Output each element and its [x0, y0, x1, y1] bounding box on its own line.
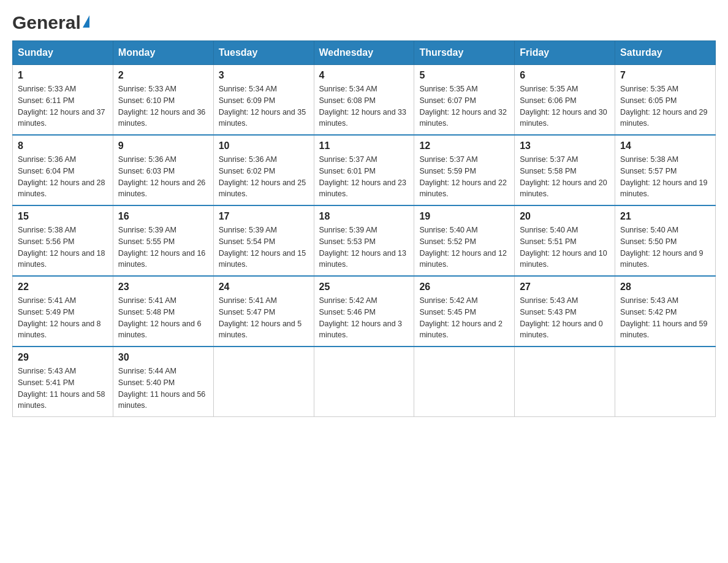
day-number: 30: [118, 352, 208, 363]
weekday-header-row: SundayMondayTuesdayWednesdayThursdayFrid…: [13, 41, 716, 65]
logo: General: [12, 12, 89, 29]
day-info: Sunrise: 5:40 AMSunset: 5:51 PMDaylight:…: [520, 224, 610, 270]
day-number: 9: [118, 140, 208, 151]
day-info: Sunrise: 5:43 AMSunset: 5:41 PMDaylight:…: [18, 366, 108, 412]
weekday-header-monday: Monday: [113, 41, 213, 65]
weekday-header-saturday: Saturday: [615, 41, 716, 65]
day-info: Sunrise: 5:42 AMSunset: 5:46 PMDaylight:…: [319, 295, 409, 341]
calendar-cell: 10Sunrise: 5:36 AMSunset: 6:02 PMDayligh…: [213, 135, 314, 205]
day-number: 13: [520, 140, 610, 151]
calendar-cell: 2Sunrise: 5:33 AMSunset: 6:10 PMDaylight…: [113, 65, 213, 136]
day-number: 8: [18, 140, 108, 151]
day-info: Sunrise: 5:36 AMSunset: 6:04 PMDaylight:…: [18, 154, 108, 200]
day-number: 14: [620, 140, 710, 151]
day-info: Sunrise: 5:41 AMSunset: 5:47 PMDaylight:…: [219, 295, 309, 341]
day-info: Sunrise: 5:33 AMSunset: 6:11 PMDaylight:…: [18, 83, 108, 129]
calendar-cell: 11Sunrise: 5:37 AMSunset: 6:01 PMDayligh…: [314, 135, 414, 205]
day-info: Sunrise: 5:42 AMSunset: 5:45 PMDaylight:…: [419, 295, 509, 341]
day-info: Sunrise: 5:40 AMSunset: 5:52 PMDaylight:…: [419, 224, 509, 270]
day-number: 12: [419, 140, 509, 151]
day-number: 27: [520, 282, 610, 293]
day-number: 16: [118, 211, 208, 222]
day-info: Sunrise: 5:38 AMSunset: 5:56 PMDaylight:…: [18, 224, 108, 270]
day-number: 22: [18, 282, 108, 293]
calendar-cell: 26Sunrise: 5:42 AMSunset: 5:45 PMDayligh…: [414, 276, 515, 347]
day-info: Sunrise: 5:37 AMSunset: 6:01 PMDaylight:…: [319, 154, 409, 200]
weekday-header-wednesday: Wednesday: [314, 41, 414, 65]
day-number: 17: [219, 211, 309, 222]
calendar-cell: 4Sunrise: 5:34 AMSunset: 6:08 PMDaylight…: [314, 65, 414, 136]
calendar-cell: [414, 347, 515, 417]
calendar-cell: 9Sunrise: 5:36 AMSunset: 6:03 PMDaylight…: [113, 135, 213, 205]
calendar-cell: [213, 347, 314, 417]
day-info: Sunrise: 5:37 AMSunset: 5:58 PMDaylight:…: [520, 154, 610, 200]
calendar-week-row: 29Sunrise: 5:43 AMSunset: 5:41 PMDayligh…: [13, 347, 716, 417]
day-info: Sunrise: 5:34 AMSunset: 6:08 PMDaylight:…: [319, 83, 409, 129]
calendar-cell: 3Sunrise: 5:34 AMSunset: 6:09 PMDaylight…: [213, 65, 314, 136]
day-info: Sunrise: 5:38 AMSunset: 5:57 PMDaylight:…: [620, 154, 710, 200]
calendar-cell: 15Sunrise: 5:38 AMSunset: 5:56 PMDayligh…: [13, 205, 113, 276]
day-number: 23: [118, 282, 208, 293]
calendar-cell: 12Sunrise: 5:37 AMSunset: 5:59 PMDayligh…: [414, 135, 515, 205]
page-header: General: [12, 12, 716, 29]
day-info: Sunrise: 5:43 AMSunset: 5:43 PMDaylight:…: [520, 295, 610, 341]
day-number: 21: [620, 211, 710, 222]
calendar-cell: 23Sunrise: 5:41 AMSunset: 5:48 PMDayligh…: [113, 276, 213, 347]
calendar-cell: 28Sunrise: 5:43 AMSunset: 5:42 PMDayligh…: [615, 276, 716, 347]
weekday-header-sunday: Sunday: [13, 41, 113, 65]
day-number: 4: [319, 70, 409, 81]
day-number: 29: [18, 352, 108, 363]
calendar-cell: 14Sunrise: 5:38 AMSunset: 5:57 PMDayligh…: [615, 135, 716, 205]
day-number: 28: [620, 282, 710, 293]
day-info: Sunrise: 5:35 AMSunset: 6:06 PMDaylight:…: [520, 83, 610, 129]
weekday-header-thursday: Thursday: [414, 41, 515, 65]
day-number: 20: [520, 211, 610, 222]
day-info: Sunrise: 5:39 AMSunset: 5:55 PMDaylight:…: [118, 224, 208, 270]
calendar-cell: 17Sunrise: 5:39 AMSunset: 5:54 PMDayligh…: [213, 205, 314, 276]
day-number: 3: [219, 70, 309, 81]
day-info: Sunrise: 5:43 AMSunset: 5:42 PMDaylight:…: [620, 295, 710, 341]
day-number: 1: [18, 70, 108, 81]
day-number: 6: [520, 70, 610, 81]
logo-general: General: [12, 12, 81, 33]
logo-triangle-icon: [83, 15, 89, 28]
day-number: 11: [319, 140, 409, 151]
day-info: Sunrise: 5:40 AMSunset: 5:50 PMDaylight:…: [620, 224, 710, 270]
calendar-cell: 16Sunrise: 5:39 AMSunset: 5:55 PMDayligh…: [113, 205, 213, 276]
day-number: 24: [219, 282, 309, 293]
calendar-cell: 6Sunrise: 5:35 AMSunset: 6:06 PMDaylight…: [515, 65, 615, 136]
day-info: Sunrise: 5:33 AMSunset: 6:10 PMDaylight:…: [118, 83, 208, 129]
day-number: 5: [419, 70, 509, 81]
calendar-cell: 7Sunrise: 5:35 AMSunset: 6:05 PMDaylight…: [615, 65, 716, 136]
calendar-cell: 13Sunrise: 5:37 AMSunset: 5:58 PMDayligh…: [515, 135, 615, 205]
calendar-cell: [314, 347, 414, 417]
day-number: 7: [620, 70, 710, 81]
calendar-week-row: 15Sunrise: 5:38 AMSunset: 5:56 PMDayligh…: [13, 205, 716, 276]
calendar-cell: 20Sunrise: 5:40 AMSunset: 5:51 PMDayligh…: [515, 205, 615, 276]
weekday-header-friday: Friday: [515, 41, 615, 65]
calendar-week-row: 1Sunrise: 5:33 AMSunset: 6:11 PMDaylight…: [13, 65, 716, 136]
day-info: Sunrise: 5:34 AMSunset: 6:09 PMDaylight:…: [219, 83, 309, 129]
calendar-cell: 19Sunrise: 5:40 AMSunset: 5:52 PMDayligh…: [414, 205, 515, 276]
calendar-cell: 24Sunrise: 5:41 AMSunset: 5:47 PMDayligh…: [213, 276, 314, 347]
day-number: 10: [219, 140, 309, 151]
day-info: Sunrise: 5:41 AMSunset: 5:48 PMDaylight:…: [118, 295, 208, 341]
calendar-cell: [515, 347, 615, 417]
calendar-cell: 8Sunrise: 5:36 AMSunset: 6:04 PMDaylight…: [13, 135, 113, 205]
calendar-cell: 1Sunrise: 5:33 AMSunset: 6:11 PMDaylight…: [13, 65, 113, 136]
day-info: Sunrise: 5:36 AMSunset: 6:02 PMDaylight:…: [219, 154, 309, 200]
day-number: 19: [419, 211, 509, 222]
calendar-cell: 30Sunrise: 5:44 AMSunset: 5:40 PMDayligh…: [113, 347, 213, 417]
day-info: Sunrise: 5:41 AMSunset: 5:49 PMDaylight:…: [18, 295, 108, 341]
day-info: Sunrise: 5:39 AMSunset: 5:53 PMDaylight:…: [319, 224, 409, 270]
day-number: 26: [419, 282, 509, 293]
day-info: Sunrise: 5:37 AMSunset: 5:59 PMDaylight:…: [419, 154, 509, 200]
calendar-week-row: 22Sunrise: 5:41 AMSunset: 5:49 PMDayligh…: [13, 276, 716, 347]
weekday-header-tuesday: Tuesday: [213, 41, 314, 65]
calendar-cell: 21Sunrise: 5:40 AMSunset: 5:50 PMDayligh…: [615, 205, 716, 276]
day-number: 2: [118, 70, 208, 81]
calendar-cell: 22Sunrise: 5:41 AMSunset: 5:49 PMDayligh…: [13, 276, 113, 347]
calendar-cell: [615, 347, 716, 417]
calendar-table: SundayMondayTuesdayWednesdayThursdayFrid…: [12, 40, 716, 417]
calendar-cell: 29Sunrise: 5:43 AMSunset: 5:41 PMDayligh…: [13, 347, 113, 417]
